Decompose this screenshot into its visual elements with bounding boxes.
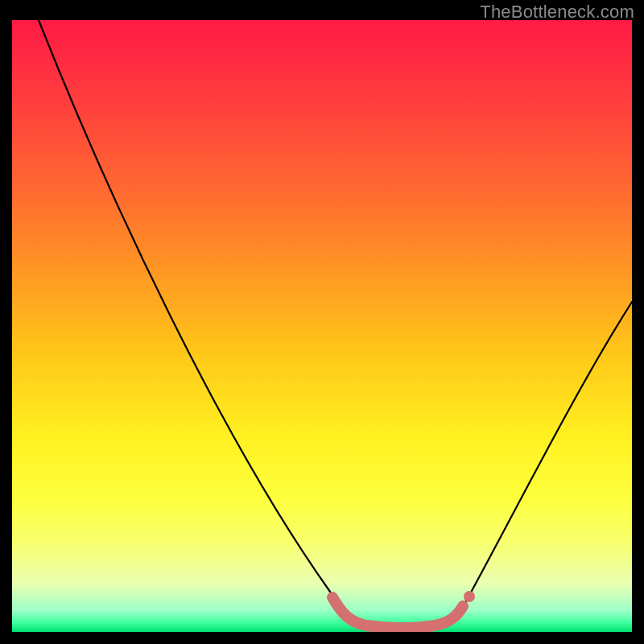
curve-layer xyxy=(12,20,632,632)
optimal-zone-highlight xyxy=(332,591,475,628)
chart-frame: TheBottleneck.com xyxy=(0,0,644,644)
svg-point-0 xyxy=(464,591,475,602)
bottleneck-curve-line xyxy=(39,20,632,628)
plot-area xyxy=(12,20,632,632)
